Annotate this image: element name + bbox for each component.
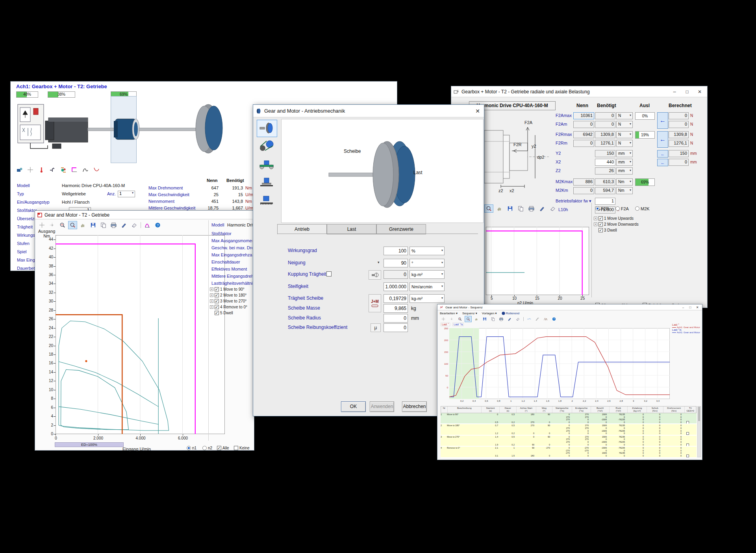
inertia-mass-button[interactable]: J+M <box>369 294 381 312</box>
row-checkbox[interactable] <box>686 421 689 424</box>
save-icon[interactable] <box>89 221 98 229</box>
thermometer-icon[interactable] <box>37 165 46 174</box>
menu-vorlagen[interactable]: Vorlagen ▾ <box>482 312 497 315</box>
print-icon[interactable] <box>527 204 536 213</box>
benoetigt-value[interactable]: 1276,1 <box>595 140 615 147</box>
unit-combo[interactable]: °▾ <box>410 259 445 267</box>
hand-icon[interactable] <box>78 221 87 229</box>
radio-icon[interactable] <box>635 206 639 211</box>
motor-icon[interactable] <box>15 165 24 174</box>
steps-icon[interactable] <box>534 316 541 322</box>
apply-button[interactable]: Anwenden <box>370 401 394 412</box>
tree-item[interactable]: ✓3 Dwell <box>594 227 639 233</box>
fw-input[interactable]: 1 <box>595 198 615 205</box>
radio-n2[interactable]: n2 <box>202 445 212 451</box>
table-row[interactable]: -2700190676235000 <box>441 452 697 455</box>
row-checkbox[interactable] <box>686 455 689 457</box>
print-icon[interactable] <box>498 316 505 322</box>
tree-item[interactable]: +✓2 Move Downwards <box>594 221 639 227</box>
menu-sequenz[interactable]: Sequenz ▾ <box>462 312 477 315</box>
copy-icon[interactable] <box>489 316 497 322</box>
radio-n1[interactable]: n1 <box>187 445 196 451</box>
print-icon[interactable] <box>109 221 118 229</box>
table-row[interactable]: 1,20,2000000000 <box>441 432 697 435</box>
form-input[interactable]: 100 <box>384 247 408 255</box>
checkbox-checked-icon[interactable]: ✓ <box>598 222 603 226</box>
expand-icon[interactable]: + <box>594 217 597 220</box>
expand-icon[interactable]: + <box>210 305 213 309</box>
checkbox-checked-icon[interactable]: ✓ <box>215 293 219 297</box>
unit-combo[interactable]: mm▾ <box>616 150 633 157</box>
transfer-arrow-button[interactable]: ← <box>657 159 668 166</box>
fw-label[interactable]: Betriebsfaktor fw ▾ <box>556 199 591 204</box>
titlebar[interactable]: Gear and Motor - Sequenz – □ ✕ <box>437 304 702 310</box>
unit-combo[interactable]: N▾ <box>616 131 633 138</box>
checkbox-checked-icon[interactable]: ✓ <box>598 228 603 232</box>
pencil-icon[interactable] <box>537 204 547 213</box>
table-row[interactable]: -270-27000000 <box>441 449 697 452</box>
benoetigt-value[interactable]: 594,7 <box>595 187 615 194</box>
peaks-icon[interactable] <box>542 316 549 322</box>
row-checkbox[interactable] <box>686 444 689 446</box>
save-icon[interactable] <box>506 204 515 213</box>
form-input[interactable]: 9,865 <box>384 304 408 313</box>
close-button[interactable]: ✕ <box>695 89 705 95</box>
anz-dropdown[interactable]: 1▾ <box>118 191 135 197</box>
close-button[interactable]: ✕ <box>475 108 482 114</box>
checkbox-checked-icon[interactable]: ✓ <box>598 216 603 221</box>
unit-combo[interactable]: N▾ <box>616 112 633 119</box>
wave-icon[interactable] <box>526 316 533 322</box>
gear-swap-icon[interactable] <box>59 165 68 174</box>
fatigue-curve-icon[interactable] <box>92 165 101 174</box>
radio-icon[interactable] <box>202 446 207 450</box>
copy-icon[interactable] <box>516 204 525 213</box>
table-row[interactable]: 2700-1906-76235000 <box>441 418 697 421</box>
crosshair-icon[interactable] <box>37 221 46 229</box>
table-row[interactable]: 1,90,29000000000 <box>441 444 697 446</box>
table-row[interactable]: 0,50,227000000000 <box>441 421 697 424</box>
fitting-icon[interactable] <box>48 165 57 174</box>
nenn-value[interactable]: 0 <box>573 140 594 147</box>
zoom-icon[interactable] <box>68 221 77 229</box>
titlebar[interactable]: Gear and Motor - T2 - Getriebe <box>35 211 254 219</box>
unit-combo[interactable]: kg-m²▾ <box>410 294 445 303</box>
unit-combo[interactable]: Nm/arcmin▾ <box>410 282 445 291</box>
checkbox-alle[interactable]: ✓Alle <box>217 445 229 451</box>
cancel-button[interactable]: Abbrechen <box>402 401 427 412</box>
transfer-arrow-button[interactable]: ← <box>657 131 668 148</box>
limit-rect-icon[interactable] <box>70 165 79 174</box>
radio-m2k[interactable]: M2K <box>635 206 650 212</box>
tree-item[interactable]: +✓4 Remove to 0° <box>210 304 247 310</box>
kupplung-checkbox[interactable] <box>326 271 332 276</box>
close-button[interactable]: ✕ <box>695 306 700 309</box>
table-row[interactable]: 27027000000 <box>441 427 697 430</box>
form-input[interactable]: 0 <box>384 323 408 332</box>
menu-bearbeiten[interactable]: Bearbeiten ▾ <box>440 312 458 315</box>
unit-combo[interactable]: Nm▾ <box>616 187 633 194</box>
hand-icon[interactable] <box>495 204 504 213</box>
zoom-icon[interactable] <box>465 316 472 322</box>
row-checkbox[interactable] <box>686 432 689 435</box>
tree-item[interactable]: +✓1 Move Upwards <box>594 215 639 221</box>
sequence-group[interactable]: 4Remove to 0°2,1190-2700-270-1906-762350… <box>441 447 697 458</box>
pencil-icon[interactable] <box>506 316 513 322</box>
unit-combo[interactable]: N▾ <box>616 140 633 147</box>
unit-combo[interactable]: mm▾ <box>616 167 633 174</box>
eraser-icon[interactable] <box>548 204 557 213</box>
eraser-icon[interactable] <box>130 221 139 229</box>
nenn-value[interactable]: 0 <box>573 187 594 194</box>
checkbox-checked-icon[interactable]: ✓ <box>215 305 219 309</box>
table-row[interactable]: 4Remove to 0°2,1190-2700-270-1906-762350… <box>441 447 697 449</box>
table-row[interactable]: 1Move to 90°00,5180900270190676235000 <box>441 413 697 416</box>
radio-icon[interactable] <box>615 206 620 211</box>
checkbox-icon[interactable] <box>234 446 238 450</box>
table-row[interactable]: 27027000000 <box>441 416 697 419</box>
nenn-value[interactable]: 6942 <box>573 131 594 138</box>
benoetigt-value[interactable]: 150 <box>595 150 615 157</box>
expand-icon[interactable]: + <box>594 223 597 226</box>
transfer-arrow-button[interactable]: ← <box>657 150 668 158</box>
coupling-icon-button[interactable] <box>369 270 381 280</box>
crosshair-icon[interactable] <box>440 316 447 322</box>
table-row[interactable]: 2700-1906-76235000 <box>441 430 697 432</box>
neigung-dropdown-arrow[interactable]: ▾ <box>378 260 380 264</box>
